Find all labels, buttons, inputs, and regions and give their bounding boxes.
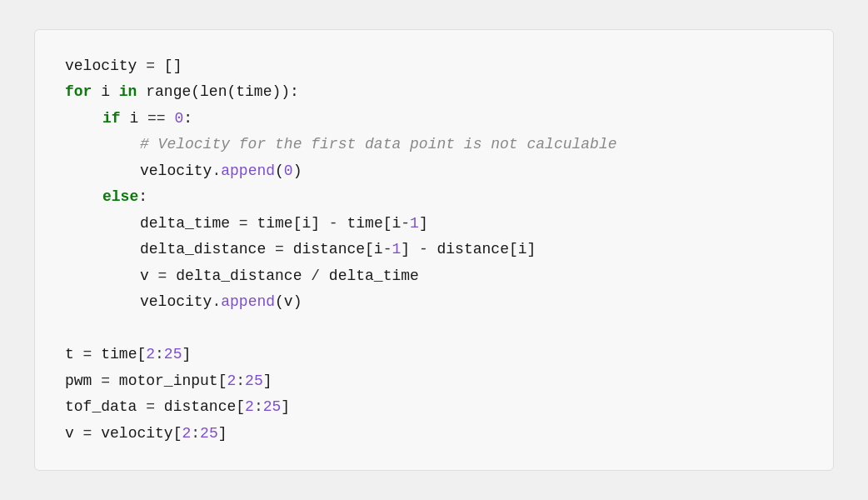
code-line-6: else: (65, 184, 803, 211)
code-line-4: # Velocity for the first data point is n… (65, 132, 803, 158)
code-line-5: velocity.append(0) (65, 158, 803, 185)
code-line-9: v = delta_distance / delta_time (65, 263, 803, 290)
code-line-12: pwm = motor_input[2:25] (65, 368, 803, 395)
code-line-3: if i == 0: (65, 106, 803, 132)
code-line-8: delta_distance = distance[i-1] - distanc… (65, 237, 803, 263)
code-block: velocity = [] for i in range(len(time)):… (65, 53, 803, 448)
code-line-2: for i in range(len(time)): (65, 79, 803, 106)
code-line-1: velocity = [] (65, 53, 803, 80)
code-line-13: tof_data = distance[2:25] (65, 394, 803, 421)
code-line-11: t = time[2:25] (65, 342, 803, 368)
blank-line (65, 316, 803, 342)
code-container: velocity = [] for i in range(len(time)):… (34, 29, 834, 472)
code-line-7: delta_time = time[i] - time[i-1] (65, 211, 803, 238)
code-line-10: velocity.append(v) (65, 289, 803, 316)
code-line-14: v = velocity[2:25] (65, 421, 803, 448)
